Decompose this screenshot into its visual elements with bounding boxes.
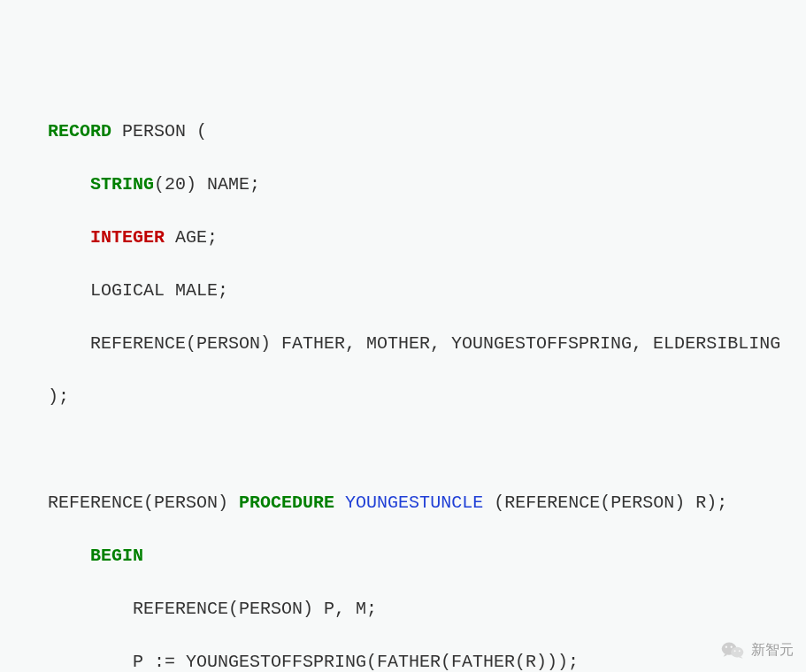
svg-point-5 [739, 650, 741, 652]
code-line-4: LOGICAL MALE; [16, 278, 790, 304]
code-line-7 [16, 437, 790, 463]
code-line-5: REFERENCE(PERSON) FATHER, MOTHER, YOUNGE… [16, 331, 790, 357]
code-line-10: REFERENCE(PERSON) P, M; [16, 596, 790, 622]
code-line-2: STRING(20) NAME; [16, 172, 790, 198]
svg-point-4 [734, 650, 736, 652]
svg-point-1 [731, 647, 743, 658]
code-line-11: P := YOUNGESTOFFSPRING(FATHER(FATHER(R))… [16, 649, 790, 672]
keyword-integer: INTEGER [90, 227, 165, 248]
keyword-record: RECORD [48, 121, 111, 141]
code-line-6: ); [16, 384, 790, 410]
function-name: YOUNGESTUNCLE [345, 493, 483, 513]
code-line-8: REFERENCE(PERSON) PROCEDURE YOUNGESTUNCL… [16, 490, 790, 516]
code-line-9: BEGIN [16, 543, 790, 569]
keyword-procedure: PROCEDURE [239, 493, 334, 513]
attribution: 新智元 [721, 637, 794, 663]
keyword-begin: BEGIN [90, 546, 143, 566]
svg-point-2 [725, 646, 727, 648]
wechat-icon [721, 640, 744, 660]
code-line-3: INTEGER AGE; [16, 225, 790, 251]
attribution-label: 新智元 [751, 637, 794, 663]
code-line-1: RECORD PERSON ( [16, 118, 790, 145]
svg-point-3 [731, 646, 733, 648]
keyword-string: STRING [90, 174, 154, 195]
